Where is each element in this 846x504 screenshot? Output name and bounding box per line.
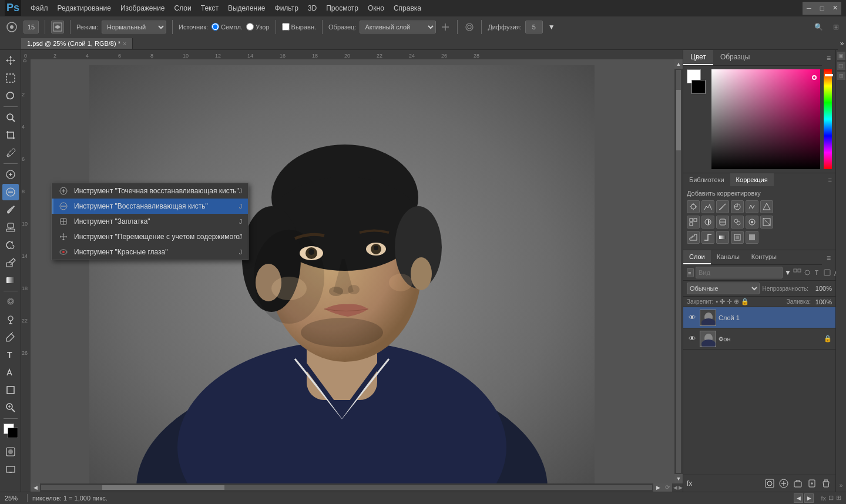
nav-next-btn[interactable]: ▶: [804, 493, 814, 503]
crop-tool[interactable]: [2, 127, 19, 143]
pattern-btn[interactable]: ⊞: [837, 72, 845, 80]
heal-brush-tool[interactable]: [2, 184, 19, 200]
quick-select-tool[interactable]: [2, 109, 19, 126]
eraser-tool[interactable]: [2, 254, 19, 271]
fx-bottom[interactable]: fx: [821, 495, 826, 502]
solidcolor-icon-btn[interactable]: [746, 231, 758, 244]
photofilter-icon-btn[interactable]: [716, 216, 729, 229]
selection-tool[interactable]: [2, 70, 19, 86]
menu-filter[interactable]: Фильтр: [270, 2, 303, 15]
color-tab[interactable]: Цвет: [683, 50, 713, 65]
content-move-menu-item[interactable]: Инструмент "Перемещение с учетом содержи…: [52, 229, 248, 244]
heal-brush-menu-item[interactable]: Инструмент "Восстанавливающая кисть" J: [52, 199, 248, 214]
sample-adj-btn[interactable]: [439, 21, 451, 33]
target-btn[interactable]: [464, 21, 475, 33]
dodge-tool[interactable]: [2, 311, 19, 328]
sample-select[interactable]: Активный слой: [360, 21, 436, 33]
curves-icon-btn[interactable]: [716, 200, 729, 213]
new-fill-adj-btn[interactable]: [778, 478, 790, 489]
text-tool[interactable]: T: [2, 347, 19, 363]
scroll-nav-right[interactable]: ▶: [679, 485, 683, 490]
stamp-tool[interactable]: [2, 219, 19, 236]
canvas-content[interactable]: Инструмент "Точечная восстанавливающая к…: [31, 59, 683, 492]
color-panel-menu[interactable]: ≡: [822, 51, 835, 65]
expand-panel-btn[interactable]: »: [837, 482, 845, 490]
panel-toggle-btn[interactable]: ⊞: [830, 21, 842, 33]
zoom-tool[interactable]: [2, 399, 19, 416]
color-picker-btn[interactable]: ▣: [837, 52, 845, 60]
pen-tool[interactable]: [2, 329, 19, 345]
history-brush-tool[interactable]: [2, 237, 19, 253]
gradient-picker-btn[interactable]: ◫: [837, 62, 845, 70]
scroll-left-btn[interactable]: ◀: [31, 483, 40, 492]
menu-image[interactable]: Изображение: [116, 2, 170, 15]
lock-artboard-icon[interactable]: ⊕: [734, 298, 739, 305]
spot-heal-tool[interactable]: [2, 166, 19, 183]
vertical-scrollbar[interactable]: ▲ ▼: [674, 59, 683, 483]
channelmixer-icon-btn[interactable]: [731, 216, 744, 229]
hsb-icon-btn[interactable]: [760, 200, 773, 213]
red-eye-menu-item[interactable]: Инструмент "Красные глаза" J: [52, 244, 248, 260]
invert-icon-btn[interactable]: [760, 216, 773, 229]
menu-file[interactable]: Файл: [26, 2, 53, 15]
lock-move-icon[interactable]: ✛: [727, 298, 732, 305]
colorbalance-icon-btn[interactable]: [687, 216, 700, 229]
brush-preset-btn[interactable]: [51, 21, 64, 33]
layer-shape-filter[interactable]: [823, 267, 831, 278]
brush-tool-option[interactable]: [4, 19, 20, 35]
lasso-tool[interactable]: [2, 88, 19, 104]
delete-layer-btn[interactable]: [820, 478, 832, 489]
brightness-icon-btn[interactable]: [687, 200, 700, 213]
correction-panel-menu[interactable]: ≡: [825, 174, 835, 186]
doc-tab-1[interactable]: 1.psd @ 25% (Слой 1, RGB/8) * ×: [21, 38, 133, 49]
rotate-canvas-btn[interactable]: ⟳: [663, 483, 672, 492]
diffusion-input[interactable]: 5: [525, 21, 543, 33]
layer-filter-type[interactable]: ≡: [687, 268, 694, 277]
layer-visibility-bg[interactable]: 👁: [687, 334, 697, 344]
channels-tab[interactable]: Каналы: [711, 250, 746, 264]
fx-label[interactable]: fx: [687, 479, 692, 488]
menu-view[interactable]: Просмотр: [321, 2, 363, 15]
threshold-icon-btn[interactable]: [701, 231, 714, 244]
close-button[interactable]: ✕: [828, 2, 841, 15]
layers-panel-menu[interactable]: ≡: [822, 251, 835, 265]
background-color-swatch[interactable]: [691, 80, 706, 94]
screen-mode-tool[interactable]: [2, 461, 19, 478]
libraries-tab[interactable]: Библиотеки: [683, 173, 730, 186]
colorlookup-icon-btn[interactable]: [746, 216, 758, 229]
search-btn[interactable]: 🔍: [812, 21, 825, 33]
layers-tab[interactable]: Слои: [683, 250, 711, 264]
levels-icon-btn[interactable]: [701, 200, 714, 213]
layer-adj-filter[interactable]: [803, 267, 811, 278]
blend-mode-select[interactable]: Обычные: [687, 283, 760, 294]
bottom-action1[interactable]: ⊡: [828, 494, 834, 502]
hue-bar[interactable]: [824, 69, 832, 169]
minimize-button[interactable]: ─: [803, 2, 815, 15]
layers-search-input[interactable]: [696, 267, 783, 278]
layer-item-bg[interactable]: 👁 Фон 🔒: [683, 328, 835, 350]
layer-type-filter[interactable]: T: [813, 267, 821, 278]
gradientmap-icon-btn[interactable]: [716, 231, 729, 244]
fill-value[interactable]: 100%: [813, 298, 832, 305]
lock-paint-icon[interactable]: ✤: [720, 298, 725, 305]
eyedropper-tool[interactable]: [2, 145, 19, 161]
menu-text[interactable]: Текст: [196, 2, 223, 15]
patch-menu-item[interactable]: Инструмент "Заплатка" J: [52, 214, 248, 229]
menu-edit[interactable]: Редактирование: [53, 2, 116, 15]
scroll-right-btn[interactable]: ▶: [653, 483, 663, 492]
blur-tool[interactable]: [2, 294, 19, 310]
nav-prev-btn[interactable]: ◀: [794, 493, 803, 503]
layer-item-1[interactable]: 👁 Слой 1: [683, 307, 835, 328]
brush-tool[interactable]: [2, 201, 19, 218]
samples-tab[interactable]: Образцы: [713, 50, 757, 65]
source-pattern-option[interactable]: Узор: [246, 23, 270, 31]
color-spectrum[interactable]: [711, 69, 820, 169]
foreground-color[interactable]: [2, 422, 19, 439]
source-sampl-option[interactable]: Семпл.: [212, 23, 243, 31]
menu-window[interactable]: Окно: [363, 2, 389, 15]
posterize-icon-btn[interactable]: [687, 231, 700, 244]
gradient-tool[interactable]: [2, 272, 19, 288]
selectivecolor-icon-btn[interactable]: [731, 231, 744, 244]
spot-heal-menu-item[interactable]: Инструмент "Точечная восстанавливающая к…: [52, 183, 248, 199]
quick-mask-tool[interactable]: [2, 443, 19, 460]
